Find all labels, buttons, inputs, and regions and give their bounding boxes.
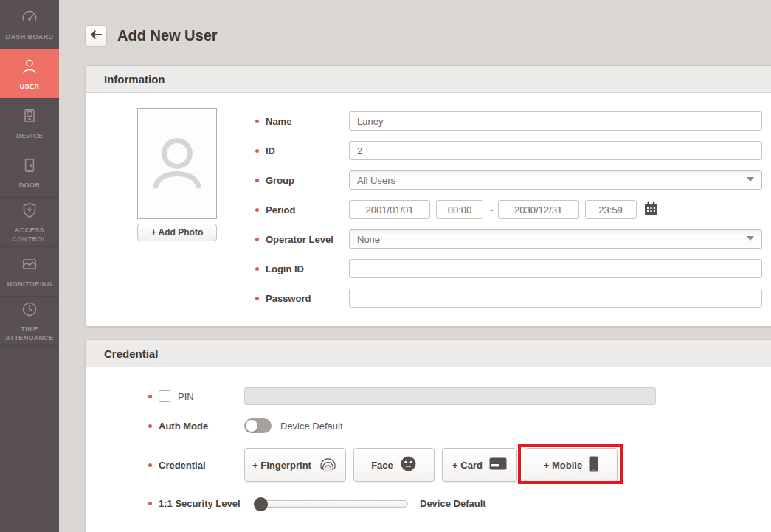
add-mobile-button[interactable]: + Mobile <box>525 448 618 482</box>
required-marker <box>148 463 152 467</box>
sidebar-item-label: USER <box>3 83 56 91</box>
face-icon <box>400 455 417 474</box>
group-label: Group <box>266 175 349 186</box>
person-silhouette-icon <box>145 127 209 201</box>
toggle-knob <box>246 420 257 432</box>
security-level-label: 1:1 Security Level <box>159 498 255 509</box>
dashboard-icon <box>20 7 39 30</box>
sidebar-item-label: MONITORING <box>3 280 56 289</box>
time-attendance-icon <box>20 300 39 322</box>
mobile-button-wrapper: + Mobile <box>525 448 618 482</box>
group-select[interactable]: All Users <box>349 170 762 190</box>
user-icon <box>20 57 39 79</box>
group-row: Group All Users <box>255 170 771 190</box>
group-selected-value: All Users <box>357 175 395 186</box>
add-mobile-label: + Mobile <box>544 460 582 471</box>
id-row: ID <box>255 141 771 160</box>
monitoring-icon <box>20 255 39 277</box>
access-control-icon <box>20 201 39 223</box>
operator-level-selected-value: None <box>357 234 380 245</box>
required-marker <box>255 149 259 153</box>
required-marker <box>255 238 259 241</box>
required-marker <box>255 179 259 182</box>
required-marker <box>255 208 259 212</box>
card-icon <box>489 457 507 472</box>
information-panel: Information + Add Photo Name ID <box>85 65 771 327</box>
auth-mode-label: Auth Mode <box>159 421 244 432</box>
password-row: Password <box>255 289 771 308</box>
period-label: Period <box>266 204 349 215</box>
required-marker <box>148 424 152 428</box>
sidebar-item-dashboard[interactable]: DASH BOARD <box>0 0 59 49</box>
period-start-time-input[interactable] <box>436 200 483 219</box>
credential-buttons-row: Credential + Fingerprint Face <box>148 448 771 482</box>
login-id-label: Login ID <box>266 263 349 274</box>
device-icon <box>20 106 39 128</box>
auth-mode-toggle[interactable] <box>244 418 272 433</box>
operator-level-row: Operator Level None <box>255 229 771 249</box>
add-card-label: + Card <box>452 460 483 471</box>
pin-input <box>244 387 656 405</box>
id-input[interactable] <box>349 141 762 160</box>
add-fingerprint-label: + Fingerprint <box>252 460 311 471</box>
add-fingerprint-button[interactable]: + Fingerprint <box>244 448 346 482</box>
security-level-row: 1:1 Security Level Device Default <box>148 498 771 509</box>
sidebar-item-door[interactable]: DOOR <box>0 148 59 198</box>
back-arrow-icon <box>89 30 103 43</box>
chevron-down-icon <box>747 177 754 182</box>
sidebar-item-label: DASH BOARD <box>3 33 56 41</box>
add-photo-button[interactable]: + Add Photo <box>137 224 217 241</box>
face-button[interactable]: Face <box>353 448 435 482</box>
pin-row: PIN <box>148 387 771 405</box>
photo-column: + Add Photo <box>137 108 217 241</box>
sidebar-item-device[interactable]: DEVICE <box>0 99 59 148</box>
sidebar-item-monitoring[interactable]: MONITORING <box>0 247 59 297</box>
login-id-row: Login ID <box>255 259 771 278</box>
password-input[interactable] <box>349 289 762 308</box>
sidebar-item-label: DOOR <box>3 182 56 190</box>
sidebar-item-user[interactable]: USER <box>0 49 59 99</box>
sidebar-item-access-control[interactable]: ACCESS CONTROL <box>0 198 59 247</box>
information-title: Information <box>104 73 165 86</box>
fingerprint-icon <box>318 454 338 476</box>
page-title: Add New User <box>117 27 218 44</box>
sidebar-item-time-attendance[interactable]: TIME ATTENDANCE <box>0 297 59 346</box>
required-marker <box>255 267 259 271</box>
sidebar-item-label: TIME ATTENDANCE <box>3 325 56 342</box>
page-header: Add New User <box>85 25 218 46</box>
security-level-slider[interactable] <box>255 500 408 508</box>
period-row: Period ~ <box>255 200 771 219</box>
pin-checkbox[interactable] <box>159 390 170 402</box>
pin-label: PIN <box>178 391 244 402</box>
slider-knob[interactable] <box>254 497 268 511</box>
mobile-icon <box>589 456 598 474</box>
auth-mode-status: Device Default <box>280 421 343 432</box>
period-end-time-input[interactable] <box>585 200 637 219</box>
calendar-icon[interactable] <box>644 201 658 218</box>
security-level-status: Device Default <box>420 498 486 509</box>
information-panel-header: Information <box>86 66 771 93</box>
credential-row-label: Credential <box>159 460 244 471</box>
auth-mode-row: Auth Mode Device Default <box>148 418 771 433</box>
login-id-input[interactable] <box>349 259 762 278</box>
sidebar-item-label: ACCESS CONTROL <box>3 227 56 243</box>
period-separator: ~ <box>488 204 494 215</box>
name-input[interactable] <box>349 111 762 131</box>
door-icon <box>20 156 39 178</box>
credential-title: Credential <box>104 348 158 360</box>
operator-level-select[interactable]: None <box>349 229 762 249</box>
back-button[interactable] <box>85 25 107 46</box>
sidebar: DASH BOARD USER DEVICE DOOR ACCESS CONTR… <box>0 0 59 532</box>
user-photo-placeholder <box>137 108 217 219</box>
face-label: Face <box>371 460 393 471</box>
id-label: ID <box>266 145 349 156</box>
add-card-button[interactable]: + Card <box>442 448 517 482</box>
operator-level-label: Operator Level <box>266 234 349 245</box>
sidebar-item-label: DEVICE <box>3 132 56 140</box>
name-label: Name <box>266 116 349 127</box>
credential-panel: Credential PIN Auth Mode Device Default … <box>85 339 771 532</box>
required-marker <box>148 395 152 398</box>
period-end-date-input[interactable] <box>498 200 579 219</box>
required-marker <box>148 502 152 505</box>
period-start-date-input[interactable] <box>349 200 430 219</box>
